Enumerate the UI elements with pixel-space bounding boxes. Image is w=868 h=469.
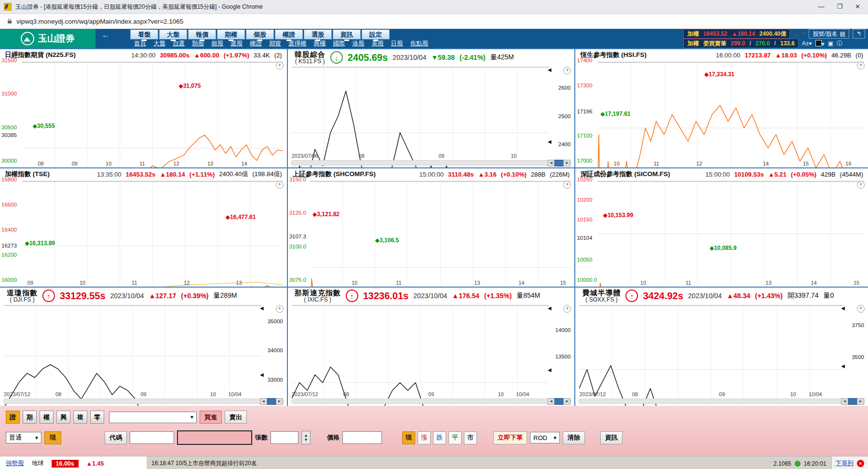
- subnav-item-14[interactable]: 焦點股: [410, 40, 429, 48]
- panel-change-pct: (+1.35%): [484, 292, 512, 300]
- tab-5[interactable]: 權證: [275, 29, 303, 40]
- subnav-item-10[interactable]: 國際: [333, 40, 345, 48]
- order-type-select[interactable]: 普通▼: [6, 432, 41, 443]
- scroll-left-icon[interactable]: ◂: [260, 398, 267, 405]
- chart-scrollbar[interactable]: ◂▸: [291, 398, 572, 404]
- buy-button[interactable]: 買進: [200, 411, 222, 424]
- market-button-4[interactable]: 複: [73, 411, 87, 424]
- zoom-in-icon[interactable]: +: [563, 305, 571, 313]
- scroll-left-icon[interactable]: ◂: [841, 398, 848, 405]
- scroll-thumb[interactable]: [555, 160, 563, 166]
- collapse-up-icon[interactable]: ︽: [793, 30, 798, 38]
- flag-button-3[interactable]: 平: [448, 431, 461, 444]
- quantity-stepper[interactable]: ▲▼: [301, 431, 311, 444]
- order-info-button[interactable]: 資訊: [600, 431, 623, 444]
- x-axis-label-3: 10: [210, 391, 216, 397]
- submit-order-button[interactable]: 立即下單: [493, 431, 527, 444]
- color-picker-button[interactable]: ▾: [815, 40, 825, 47]
- subnav-item-13[interactable]: 日股: [391, 40, 403, 48]
- price-input[interactable]: [342, 431, 382, 444]
- chart-canvas-dji: [4, 304, 262, 406]
- panel-change-pct: (-2.41%): [460, 54, 486, 61]
- market-button-2[interactable]: 權: [40, 411, 54, 424]
- panel-time: 13:35:00: [97, 171, 122, 178]
- chart-scrollbar[interactable]: ◂▸: [291, 160, 572, 166]
- tab-2[interactable]: 報價: [188, 29, 216, 40]
- panel-price: 17213.87: [745, 52, 771, 59]
- zoom-in-icon[interactable]: +: [276, 62, 284, 69]
- panel-date: 2023/10/04: [688, 292, 722, 300]
- flag-button-1[interactable]: 漲: [418, 431, 431, 444]
- flag-button-2[interactable]: 跌: [433, 431, 446, 444]
- close-panel-icon[interactable]: ✕: [857, 460, 864, 467]
- tab-1[interactable]: 大盤: [159, 29, 187, 40]
- tab-3[interactable]: 期權: [217, 29, 245, 40]
- subnav-item-4[interactable]: 個股: [211, 40, 223, 48]
- flag-button-0[interactable]: 現: [402, 431, 415, 444]
- nav-back-icon[interactable]: ←: [101, 30, 110, 40]
- tab-4[interactable]: 個股: [246, 29, 274, 40]
- x-axis-label-3: 10: [511, 153, 516, 159]
- code-input[interactable]: [130, 431, 174, 444]
- sell-button[interactable]: 賣出: [225, 411, 247, 424]
- scroll-left-icon[interactable]: ◂: [547, 160, 555, 166]
- scroll-thumb[interactable]: [848, 398, 857, 405]
- zoom-in-icon[interactable]: +: [857, 305, 865, 313]
- subnav-item-7[interactable]: 期貨: [269, 40, 281, 48]
- zoom-in-icon[interactable]: +: [563, 67, 571, 74]
- zoom-in-icon[interactable]: +: [857, 181, 865, 189]
- zoom-in-icon[interactable]: +: [276, 181, 284, 189]
- nav-forward-icon[interactable]: →: [117, 30, 125, 40]
- clear-button[interactable]: 清除: [563, 431, 585, 444]
- subnav-item-11[interactable]: 港股: [353, 40, 365, 48]
- scroll-left-icon[interactable]: ◂: [547, 398, 555, 405]
- flag-button-4[interactable]: 市: [464, 431, 477, 444]
- panel-plot: ◀◀350003400033000+: [0, 303, 287, 391]
- cash-toggle-button[interactable]: 現: [44, 431, 61, 444]
- rod-select[interactable]: ROD▼: [530, 432, 560, 443]
- info-button[interactable]: ⓘ: [837, 40, 842, 48]
- symbol-select[interactable]: ▼: [109, 412, 197, 423]
- scroll-right-icon[interactable]: ▸: [857, 398, 864, 405]
- market-button-3[interactable]: 興: [56, 411, 70, 424]
- quantity-input[interactable]: [271, 431, 298, 444]
- chart-grid: 日經指數期貨 (N225.FS)14:30:0030985.00s▲600.00…: [0, 48, 868, 406]
- chart-scrollbar[interactable]: ◂▸: [3, 398, 284, 404]
- url-text[interactable]: vipwq3.moneydj.com/wq/appMain/index.aspx…: [16, 18, 183, 25]
- market-button-0[interactable]: 證: [6, 411, 20, 424]
- expand-down-icon[interactable]: ︾: [801, 30, 805, 38]
- layout-button[interactable]: ▣: [828, 40, 833, 47]
- zoom-in-icon[interactable]: +: [857, 62, 865, 69]
- browser-urlbar[interactable]: vipwq3.moneydj.com/wq/appMain/index.aspx…: [0, 14, 868, 29]
- market-button-5[interactable]: 零: [90, 411, 104, 424]
- scroll-thumb[interactable]: [555, 398, 563, 405]
- tab-6[interactable]: 選股: [304, 29, 332, 40]
- scroll-thumb[interactable]: [267, 398, 276, 405]
- font-size-button[interactable]: A±▾: [802, 40, 812, 47]
- y-axis-label: 16800: [1, 177, 17, 183]
- panel-volume: 量425M: [490, 53, 514, 62]
- market-button-1[interactable]: 期: [23, 411, 37, 424]
- tab-8[interactable]: 設定: [362, 29, 390, 40]
- scroll-right-icon[interactable]: ▸: [563, 398, 570, 405]
- zoom-in-icon[interactable]: +: [276, 305, 284, 313]
- maximize-button[interactable]: ❐: [837, 0, 842, 14]
- slash: /: [774, 40, 776, 47]
- scroll-right-icon[interactable]: ▸: [276, 398, 283, 405]
- order-list-link[interactable]: 下單列: [836, 459, 854, 468]
- undo-button[interactable]: ↰: [853, 29, 865, 39]
- chart-scrollbar[interactable]: ◂▸: [578, 398, 865, 404]
- code-button[interactable]: 代碼: [105, 431, 127, 444]
- subnav-item-1[interactable]: 大盤: [153, 40, 165, 48]
- panel-ixic: 那斯達克指數( IXIC.FS )↑13236.01s2023/10/04▲17…: [288, 288, 575, 406]
- minimize-button[interactable]: —: [818, 0, 824, 14]
- x-axis-label-0: 2023/07/12: [579, 391, 606, 397]
- tab-7[interactable]: 資訊: [333, 29, 361, 40]
- symbol-name-input[interactable]: [177, 430, 252, 445]
- scroll-right-icon[interactable]: ▸: [563, 160, 570, 166]
- stock-search-button[interactable]: 股號/股名 ▤: [809, 29, 849, 39]
- tab-0[interactable]: 看盤: [130, 29, 158, 40]
- x-axis-label-3: 12: [184, 280, 190, 286]
- close-button[interactable]: ✕: [855, 0, 860, 14]
- strong-stocks-link[interactable]: 強勢股: [6, 459, 24, 468]
